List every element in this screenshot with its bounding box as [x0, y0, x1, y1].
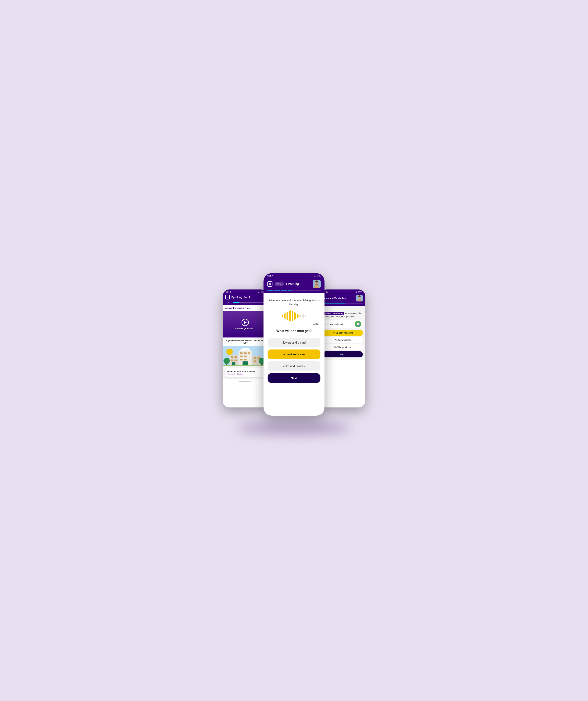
- svg-point-35: [358, 295, 361, 297]
- wave-bar-6: [290, 310, 291, 321]
- center-prog-1: [267, 290, 273, 291]
- center-battery: 59%: [317, 275, 321, 277]
- center-option-2-text: a card and cake: [283, 353, 305, 356]
- center-prog-2: [274, 290, 280, 291]
- scene: 13:52 ▲ 59% ✕ Speaking: Part 2 27:53 Ans…: [223, 273, 365, 428]
- svg-point-1: [227, 349, 233, 355]
- center-prog-3: [281, 290, 287, 291]
- right-avatar: [356, 295, 363, 301]
- center-header: ✕ 27:53 Listening: [264, 278, 324, 290]
- svg-point-31: [315, 280, 318, 282]
- right-dialogue-bubble: 's coming next month. 🔄: [323, 320, 363, 328]
- right-option-2[interactable]: We had wondered: [323, 337, 363, 343]
- svg-rect-6: [248, 352, 250, 354]
- svg-rect-7: [240, 356, 243, 358]
- center-section-label: Listening: [286, 282, 299, 286]
- center-signal-icon: ▲: [314, 275, 316, 277]
- center-header-left: ✕ 27:53 Listening: [267, 281, 299, 287]
- center-next-button[interactable]: Next: [268, 373, 320, 383]
- right-header: mmar and Vocabulary: [320, 294, 365, 303]
- left-progress-fill: [233, 302, 240, 303]
- left-play-icon: [244, 321, 247, 324]
- right-next-label: Next: [340, 353, 345, 356]
- left-play-button[interactable]: [242, 319, 249, 326]
- left-record-sub: You can try this twice: [227, 373, 263, 375]
- left-close-button[interactable]: ✕: [225, 295, 230, 299]
- wave-bar-14: [303, 314, 304, 318]
- wave-bar-3: [285, 313, 286, 319]
- center-audio-timer: 00:12: [268, 323, 320, 325]
- left-home-bar: [223, 379, 268, 383]
- right-next-button[interactable]: Next: [323, 351, 363, 358]
- center-prog-8: [315, 290, 321, 291]
- right-progress-row: [320, 303, 365, 306]
- left-progress-row: 27:53: [223, 301, 268, 305]
- left-prepare-text: Prepare your ans…: [235, 327, 256, 330]
- right-passage-blank: 've been wondering: [323, 312, 344, 315]
- right-option-1[interactable]: We've been wondering: [323, 330, 363, 336]
- right-dialogue-text: 's coming next month.: [325, 323, 345, 325]
- right-status-bar: 13:52 ▲ 59%: [320, 289, 365, 294]
- center-avatar: [313, 280, 321, 288]
- wave-bar-2: [284, 314, 285, 318]
- center-avatar-svg: [313, 280, 321, 288]
- left-city-illustration: [223, 346, 268, 367]
- svg-rect-8: [244, 356, 247, 358]
- wave-bar-8: [294, 312, 295, 320]
- svg-rect-19: [254, 358, 256, 359]
- left-video-thumb[interactable]: Prepare your ans…: [223, 311, 268, 337]
- svg-rect-5: [244, 352, 247, 354]
- svg-rect-13: [231, 357, 233, 358]
- left-record-prompt: Hold and record your answer You can try …: [225, 369, 266, 377]
- right-passage: 've been wondering for some when the new…: [323, 312, 363, 318]
- center-status-bar: 13:52 ▲ 59%: [264, 273, 324, 278]
- center-waveform: [268, 310, 320, 321]
- wave-bar-15: [305, 315, 306, 317]
- right-option-3[interactable]: We'll be wondering: [323, 344, 363, 350]
- left-prompt-question: If you could live anywhere… would you li…: [223, 337, 268, 346]
- svg-point-23: [224, 358, 230, 364]
- center-content: Listen to a man and a woman talking abou…: [264, 293, 324, 386]
- right-dialogue-badge: 🔄: [355, 321, 361, 327]
- right-body: er 've been wondering for some when the …: [320, 306, 365, 360]
- wave-bar-10: [297, 314, 298, 318]
- center-instruction: Listen to a man and a woman talking abou…: [268, 298, 320, 306]
- right-badge-icon: 🔄: [356, 322, 360, 326]
- wave-bar-12: [300, 315, 301, 317]
- left-city-svg: [223, 346, 268, 367]
- svg-rect-14: [234, 357, 237, 358]
- center-phone: 13:52 ▲ 59% ✕ 27:53 Listening: [264, 273, 324, 416]
- left-body: Answer the speaker's qu… Prepare your an…: [223, 305, 268, 383]
- right-phone: 13:52 ▲ 59% mmar and Vocabulary: [320, 289, 365, 408]
- center-question: What will the man get?: [268, 329, 320, 333]
- wave-bar-9: [295, 313, 296, 319]
- center-timer: 27:53: [277, 283, 282, 285]
- center-timer-pill: 27:53: [275, 282, 284, 286]
- center-option-1[interactable]: flowers and a card: [268, 338, 320, 347]
- center-prog-5: [294, 290, 300, 291]
- right-fill-blank-label: er: [323, 308, 363, 310]
- right-title: mmar and Vocabulary: [323, 297, 346, 299]
- center-option-3[interactable]: cake and flowers: [268, 361, 320, 371]
- center-option-2[interactable]: a card and cake: [268, 349, 320, 359]
- svg-rect-21: [254, 361, 256, 362]
- center-progress-row: [264, 290, 324, 293]
- center-close-icon: ✕: [269, 282, 271, 286]
- center-option-3-text: cake and flowers: [283, 365, 305, 368]
- wave-bar-13: [302, 315, 303, 317]
- right-option-1-text: We've been wondering: [332, 332, 353, 334]
- center-prog-7: [308, 290, 314, 291]
- right-battery: 59%: [358, 291, 362, 293]
- left-question-label: Answer the speaker's qu…: [223, 305, 268, 311]
- left-home-bar-line: [239, 381, 251, 382]
- right-progress-fill: [323, 303, 345, 304]
- wave-bar-4: [287, 312, 288, 320]
- center-close-button[interactable]: ✕: [267, 281, 272, 287]
- right-progress-track: [323, 303, 363, 304]
- svg-rect-26: [223, 365, 268, 367]
- wave-bar-11: [298, 314, 299, 317]
- wave-bar-5: [289, 311, 290, 321]
- left-record-main: Hold and record your answer: [227, 371, 263, 373]
- center-option-1-text: flowers and a card: [282, 341, 306, 344]
- svg-rect-10: [244, 359, 247, 361]
